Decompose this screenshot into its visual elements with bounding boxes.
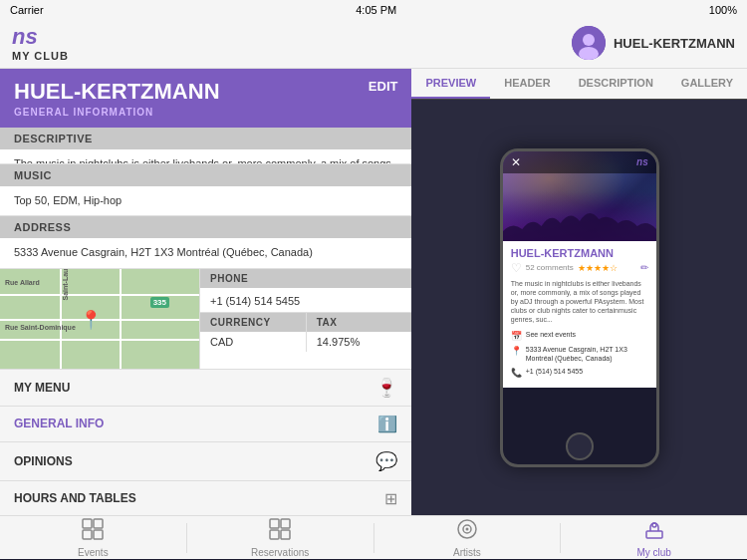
phone-mockup: ✕ ns HUEL-KERTZMANN ♡ 52 comments ★★★★☆ … — [500, 148, 659, 467]
reservations-icon — [269, 518, 291, 545]
my-menu-label: MY MENU — [14, 381, 70, 395]
currency-col: CURRENCY CAD — [200, 313, 307, 352]
artists-label: Artists — [453, 547, 481, 558]
phone-description: The music in nightclubs is either liveba… — [511, 279, 648, 324]
status-bar: Carrier 4:05 PM 100% — [0, 0, 747, 20]
left-panel: HUEL-KERTZMANN GENERAL INFORMATION EDIT … — [0, 69, 411, 515]
phone-address-text: 5333 Avenue Casgrain, H2T 1X3 Montréal (… — [526, 345, 648, 363]
carrier-label: Carrier — [10, 4, 44, 16]
location-icon: 📍 — [511, 346, 522, 356]
svg-point-15 — [652, 523, 656, 527]
svg-rect-14 — [646, 531, 662, 538]
header-right: HUEL-KERTZMANN — [572, 26, 735, 60]
general-info-label: GENERAL INFORMATION — [14, 107, 220, 118]
tab-events[interactable]: Events — [0, 514, 186, 561]
tax-col: TAX 14.975% — [307, 313, 412, 352]
phone-rating: ★★★★☆ — [578, 263, 618, 273]
phone-address-row: 📍 5333 Avenue Casgrain, H2T 1X3 Montréal… — [511, 345, 648, 363]
tab-my-club[interactable]: My club — [561, 514, 747, 561]
phone-section-header: PHONE — [200, 269, 411, 288]
opinions-row[interactable]: OPINIONS 💬 — [0, 441, 411, 480]
general-info-link: GENERAL INFO — [14, 417, 104, 430]
currency-tax-row: CURRENCY CAD TAX 14.975% — [200, 313, 411, 352]
club-title-bar: HUEL-KERTZMANN GENERAL INFORMATION EDIT — [0, 69, 411, 128]
phone-section: PHONE +1 (514) 514 5455 — [200, 269, 411, 313]
phone-close-icon: ✕ — [511, 155, 521, 169]
svg-rect-8 — [281, 519, 290, 528]
heart-icon: ♡ — [511, 261, 522, 275]
club-name: HUEL-KERTZMANN — [14, 79, 220, 105]
phone-icon: 📞 — [511, 368, 522, 378]
map-area: 335 Rue Allard Rue Saint-Dominique Saint… — [0, 269, 199, 369]
phone-comments: 52 comments — [526, 263, 574, 272]
main-layout: HUEL-KERTZMANN GENERAL INFORMATION EDIT … — [0, 69, 747, 515]
time-label: 4:05 PM — [356, 4, 396, 16]
currency-header: CURRENCY — [200, 313, 306, 332]
my-menu-row[interactable]: MY MENU 🍷 — [0, 369, 411, 406]
edit-button[interactable]: EDIT — [369, 79, 398, 94]
artists-icon — [456, 518, 478, 545]
opinions-label: OPINIONS — [14, 454, 73, 468]
tab-bar: Events Reservations Artists — [0, 515, 747, 559]
music-content: Top 50, EDM, Hip-hop — [0, 186, 411, 216]
tab-preview[interactable]: PREVIEW — [411, 69, 490, 99]
svg-rect-6 — [94, 530, 103, 539]
header-club-name: HUEL-KERTZMANN — [614, 36, 735, 51]
tab-description[interactable]: DESCRIPTION — [565, 69, 667, 99]
chat-icon: 💬 — [375, 450, 397, 472]
tab-reservations[interactable]: Reservations — [187, 514, 374, 561]
reservations-label: Reservations — [251, 547, 309, 558]
tab-gallery[interactable]: GALLERY — [667, 69, 747, 99]
phone-edit-icon: ✏ — [640, 262, 648, 273]
phone-logo: ns — [636, 156, 648, 167]
wine-icon: 🍷 — [375, 377, 397, 399]
tax-value: 14.975% — [307, 332, 412, 352]
svg-point-1 — [583, 34, 595, 46]
map-pin: 📍 — [80, 309, 102, 331]
phone-header-bar: ✕ ns — [503, 151, 656, 173]
phone-events-text: See next events — [526, 330, 576, 339]
svg-rect-9 — [270, 530, 279, 539]
svg-rect-5 — [83, 530, 92, 539]
right-panel: PREVIEW HEADER DESCRIPTION GALLERY — [411, 69, 747, 515]
svg-rect-3 — [83, 519, 92, 528]
right-tabs: PREVIEW HEADER DESCRIPTION GALLERY — [411, 69, 747, 100]
currency-value: CAD — [200, 332, 306, 352]
events-label: Events — [78, 547, 109, 558]
calendar-icon: 📅 — [511, 331, 522, 341]
phone-preview-area: ✕ ns HUEL-KERTZMANN ♡ 52 comments ★★★★☆ … — [411, 100, 747, 515]
svg-rect-7 — [270, 519, 279, 528]
events-icon — [82, 518, 104, 545]
tab-artists[interactable]: Artists — [374, 514, 561, 561]
general-info-row[interactable]: GENERAL INFO ℹ️ — [0, 406, 411, 441]
phone-events-row: 📅 See next events — [511, 330, 648, 341]
app-logo: ns — [12, 24, 69, 50]
svg-rect-4 — [94, 519, 103, 528]
avatar — [572, 26, 606, 60]
tab-header[interactable]: HEADER — [490, 69, 564, 99]
descriptive-content: The music in nightclubs is either liveba… — [0, 149, 411, 164]
hours-tables-label: HOURS AND TABLES — [14, 491, 136, 505]
map-phone-row: 335 Rue Allard Rue Saint-Dominique Saint… — [0, 269, 411, 369]
phone-meta-row: ♡ 52 comments ★★★★☆ ✏ — [511, 261, 648, 275]
phone-phone-text: +1 (514) 514 5455 — [526, 367, 583, 376]
descriptive-header: DESCRIPTIVE — [0, 128, 411, 149]
phone-currency-area: PHONE +1 (514) 514 5455 CURRENCY CAD TAX… — [199, 269, 411, 369]
app-header: ns MY CLUB HUEL-KERTZMANN — [0, 20, 747, 69]
my-club-label: MY CLUB — [12, 50, 69, 62]
info-circle-icon: ℹ️ — [377, 415, 397, 433]
tax-header: TAX — [307, 313, 412, 332]
phone-club-name: HUEL-KERTZMANN — [511, 247, 648, 259]
hours-tables-row[interactable]: HOURS AND TABLES ⊞ — [0, 480, 411, 515]
svg-rect-10 — [281, 530, 290, 539]
my-club-tab-icon — [643, 518, 665, 545]
my-club-tab-label: My club — [636, 547, 670, 558]
phone-phone-row: 📞 +1 (514) 514 5455 — [511, 367, 648, 378]
phone-home-button — [566, 432, 594, 460]
address-header: ADDRESS — [0, 216, 411, 238]
table-icon: ⊞ — [384, 489, 397, 508]
battery-label: 100% — [709, 4, 737, 16]
phone-content-area: HUEL-KERTZMANN ♡ 52 comments ★★★★☆ ✏ The… — [503, 241, 656, 389]
address-content: 5333 Avenue Casgrain, H2T 1X3 Montréal (… — [0, 238, 411, 268]
route-shield: 335 — [150, 297, 169, 308]
